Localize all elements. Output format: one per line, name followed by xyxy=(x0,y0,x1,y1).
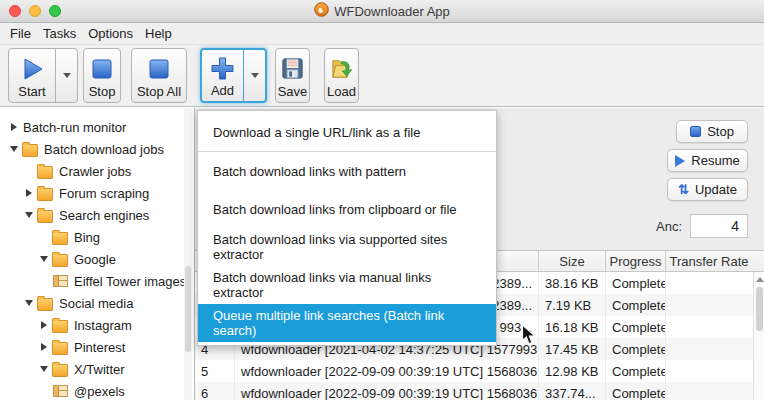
start-button[interactable]: Start xyxy=(9,49,55,102)
folder-icon xyxy=(37,210,53,223)
sidebar-item-batch-run-monitor[interactable]: Batch-run monitor xyxy=(0,116,194,138)
collapse-arrow-icon[interactable] xyxy=(38,253,50,265)
header-transfer-rate[interactable]: Transfer Rate xyxy=(666,251,752,271)
menu-file[interactable]: File xyxy=(4,26,37,41)
resume-task-label: Resume xyxy=(691,153,739,168)
sidebar-item-pinterest[interactable]: Pinterest xyxy=(0,336,194,358)
cell-size: 38.16 KB xyxy=(539,272,606,294)
start-dropdown-arrow[interactable] xyxy=(55,49,77,102)
update-task-button[interactable]: ⇅ Update xyxy=(667,178,748,201)
mouse-cursor xyxy=(521,324,536,349)
menu-item-batch-links-pattern[interactable]: Batch download links with pattern xyxy=(198,152,496,190)
header-size[interactable]: Size xyxy=(539,251,606,271)
tree-label: Forum scraping xyxy=(59,186,149,201)
menu-item-batch-links-clipboard[interactable]: Batch download links from clipboard or f… xyxy=(198,190,496,228)
tree-label: Social media xyxy=(59,296,133,311)
expand-arrow-icon[interactable] xyxy=(38,319,50,331)
cell-rate xyxy=(666,382,752,400)
play-icon xyxy=(19,53,45,84)
cell-rate xyxy=(666,294,752,316)
expand-arrow-icon[interactable] xyxy=(38,341,50,353)
menu-item-queue-link-searches[interactable]: Queue multiple link searches (Batch link… xyxy=(198,304,496,342)
menu-bar: File Tasks Options Help xyxy=(0,23,764,45)
chevron-down-icon xyxy=(63,73,71,78)
add-icon xyxy=(209,54,236,83)
sidebar-scrollbar[interactable] xyxy=(184,108,192,400)
menu-tasks[interactable]: Tasks xyxy=(37,26,82,41)
sidebar-item-google[interactable]: Google xyxy=(0,248,194,270)
sidebar-item-eiffel-tower-images[interactable]: Eiffel Tower images xyxy=(0,270,194,292)
tree-label: Bing xyxy=(74,230,100,245)
menu-item-batch-links-supported-sites[interactable]: Batch download links via supported sites… xyxy=(198,228,496,266)
sidebar-item-pexels[interactable]: @pexels xyxy=(0,380,194,400)
job-grid-icon xyxy=(53,385,68,397)
load-icon xyxy=(329,53,354,84)
sidebar-item-bing[interactable]: Bing xyxy=(0,226,194,248)
anc-input[interactable]: 4 xyxy=(690,214,748,238)
collapse-arrow-icon[interactable] xyxy=(23,297,35,309)
update-arrows-icon: ⇅ xyxy=(678,183,689,196)
cell-progress: Complete xyxy=(606,316,666,338)
spacer xyxy=(38,231,50,243)
sidebar-item-x-twitter[interactable]: X/Twitter xyxy=(0,358,194,380)
cell-name: wfdownloader [2022-09-09 00:39:19 UTC] 1… xyxy=(235,360,539,382)
cell-size: 16.18 KB xyxy=(539,316,606,338)
cell-size: 7.19 KB xyxy=(539,294,606,316)
tree-label: Search engines xyxy=(59,208,149,223)
stop-all-label: Stop All xyxy=(137,84,181,99)
sidebar-item-crawler-jobs[interactable]: Crawler jobs xyxy=(0,160,194,182)
folder-icon xyxy=(37,298,53,311)
collapse-arrow-icon[interactable] xyxy=(23,209,35,221)
expand-arrow-icon[interactable] xyxy=(23,187,35,199)
add-label: Add xyxy=(211,83,234,98)
stop-task-button[interactable]: Stop xyxy=(676,120,748,143)
table-row[interactable]: 5 wfdownloader [2022-09-09 00:39:19 UTC]… xyxy=(195,360,753,382)
start-button-group: Start xyxy=(8,48,78,103)
menu-item-batch-links-manual-extractor[interactable]: Batch download links via manual links ex… xyxy=(198,266,496,304)
stop-label: Stop xyxy=(89,84,116,99)
load-button[interactable]: Load xyxy=(324,48,359,103)
add-button-group: Add xyxy=(200,48,267,103)
tree-label: Batch download jobs xyxy=(44,142,164,157)
cell-size: 17.45 KB xyxy=(539,338,606,360)
sidebar-item-social-media[interactable]: Social media xyxy=(0,292,194,314)
tree-label: Pinterest xyxy=(74,340,125,355)
tree-label: Eiffel Tower images xyxy=(74,274,186,289)
spacer xyxy=(23,165,35,177)
add-dropdown-arrow[interactable] xyxy=(243,50,265,101)
cell-rate xyxy=(666,272,752,294)
stop-task-label: Stop xyxy=(707,124,734,139)
stop-all-button[interactable]: Stop All xyxy=(131,48,187,103)
header-progress[interactable]: Progress xyxy=(606,251,666,271)
scroll-up-icon[interactable] xyxy=(756,277,764,282)
sidebar-item-forum-scraping[interactable]: Forum scraping xyxy=(0,182,194,204)
resume-task-button[interactable]: Resume xyxy=(667,149,748,172)
menu-item-download-single-url[interactable]: Download a single URL/link as a file xyxy=(198,113,496,151)
folder-icon xyxy=(52,254,68,267)
cell-progress: Complete xyxy=(606,338,666,360)
save-icon xyxy=(280,53,305,84)
sidebar-item-search-engines[interactable]: Search engines xyxy=(0,204,194,226)
cell-progress: Complete xyxy=(606,294,666,316)
menu-help[interactable]: Help xyxy=(139,26,178,41)
stop-icon xyxy=(90,53,114,84)
cell-rate xyxy=(666,316,752,338)
table-scrollbar-thumb[interactable] xyxy=(756,287,763,331)
cell-rate xyxy=(666,360,752,382)
chevron-down-icon xyxy=(251,73,259,78)
table-row[interactable]: 6 wfdownloader [2022-09-09 00:39:19 UTC]… xyxy=(195,382,753,400)
expand-arrow-icon[interactable] xyxy=(8,121,20,133)
sidebar-item-instagram[interactable]: Instagram xyxy=(0,314,194,336)
collapse-arrow-icon[interactable] xyxy=(8,143,20,155)
save-button[interactable]: Save xyxy=(275,48,310,103)
app-window: WFDownloader App File Tasks Options Help… xyxy=(0,0,764,400)
collapse-arrow-icon[interactable] xyxy=(38,363,50,375)
stop-button[interactable]: Stop xyxy=(83,48,121,103)
tree-label: Crawler jobs xyxy=(59,164,131,179)
add-button[interactable]: Add xyxy=(202,50,243,101)
sidebar-item-batch-download-jobs[interactable]: Batch download jobs xyxy=(0,138,194,160)
table-scrollbar[interactable] xyxy=(753,272,764,400)
sidebar-scrollbar-thumb[interactable] xyxy=(185,266,191,352)
play-icon xyxy=(675,155,685,167)
menu-options[interactable]: Options xyxy=(82,26,139,41)
